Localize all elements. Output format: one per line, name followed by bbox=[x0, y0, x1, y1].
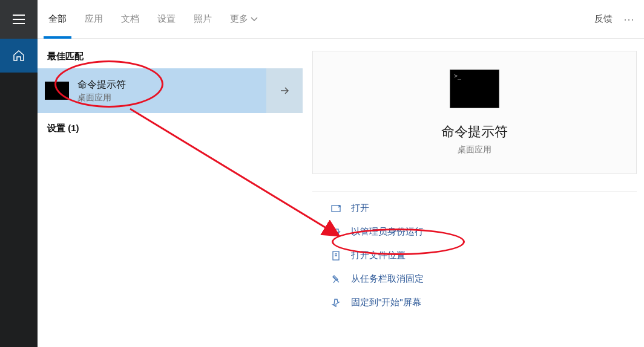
arrow-right-icon bbox=[278, 85, 291, 97]
action-open[interactable]: 打开 bbox=[330, 203, 637, 214]
action-label: 以管理员身份运行 bbox=[351, 226, 424, 238]
chevron-down-icon bbox=[251, 17, 258, 22]
filter-tabs: 全部 应用 文档 设置 照片 更多 bbox=[48, 0, 258, 39]
tab-settings[interactable]: 设置 bbox=[157, 0, 176, 39]
preview-app-icon bbox=[450, 70, 499, 108]
home-icon bbox=[13, 50, 25, 62]
tab-apps[interactable]: 应用 bbox=[85, 0, 103, 39]
action-pin-start[interactable]: 固定到"开始"屏幕 bbox=[330, 297, 637, 308]
cmd-icon bbox=[45, 82, 69, 100]
action-label: 打开 bbox=[351, 203, 369, 214]
svg-rect-1 bbox=[332, 229, 338, 235]
preview-subtitle: 桌面应用 bbox=[458, 144, 491, 155]
results-column: 最佳匹配 命令提示符 桌面应用 设置 (1) bbox=[38, 39, 303, 347]
action-run-as-admin[interactable]: 以管理员身份运行 bbox=[330, 226, 637, 238]
best-match-text: 命令提示符 桌面应用 bbox=[77, 79, 126, 103]
left-sidebar bbox=[0, 39, 38, 347]
best-match-title: 命令提示符 bbox=[77, 79, 126, 91]
best-match-expand-button[interactable] bbox=[266, 68, 303, 113]
tab-photos[interactable]: 照片 bbox=[194, 0, 212, 39]
hamburger-icon bbox=[13, 15, 25, 24]
best-match-item[interactable]: 命令提示符 桌面应用 bbox=[38, 68, 303, 113]
settings-section-header[interactable]: 设置 (1) bbox=[38, 119, 303, 140]
action-unpin-taskbar[interactable]: 从任务栏取消固定 bbox=[330, 273, 637, 285]
more-options-button[interactable]: ⋯ bbox=[623, 13, 636, 26]
folder-icon bbox=[330, 251, 341, 261]
tab-documents[interactable]: 文档 bbox=[121, 0, 139, 39]
topbar: 全部 应用 文档 设置 照片 更多 反馈 ⋯ bbox=[0, 0, 644, 39]
tab-all[interactable]: 全部 bbox=[48, 0, 67, 39]
best-match-subtitle: 桌面应用 bbox=[77, 92, 126, 103]
action-label: 打开文件位置 bbox=[351, 250, 406, 261]
actions-list: 打开 以管理员身份运行 打开文件位置 从任务栏取消固定 bbox=[312, 191, 637, 308]
tab-more[interactable]: 更多 bbox=[230, 0, 258, 39]
preview-card: 命令提示符 桌面应用 bbox=[312, 51, 637, 174]
admin-icon bbox=[330, 227, 341, 237]
hamburger-menu-button[interactable] bbox=[0, 0, 38, 39]
open-icon bbox=[330, 204, 341, 213]
preview-pane: 命令提示符 桌面应用 打开 以管理员身份运行 打开文件位置 bbox=[303, 39, 644, 347]
feedback-link[interactable]: 反馈 bbox=[594, 13, 613, 25]
unpin-icon bbox=[330, 274, 341, 284]
home-button[interactable] bbox=[0, 39, 38, 73]
action-label: 从任务栏取消固定 bbox=[351, 273, 424, 285]
main-area: 最佳匹配 命令提示符 桌面应用 设置 (1) 命令提示符 桌面应用 打开 bbox=[0, 39, 644, 347]
best-match-header: 最佳匹配 bbox=[38, 47, 303, 68]
pin-start-icon bbox=[330, 298, 341, 308]
action-label: 固定到"开始"屏幕 bbox=[351, 297, 421, 308]
action-open-location[interactable]: 打开文件位置 bbox=[330, 250, 637, 261]
preview-title: 命令提示符 bbox=[441, 123, 508, 141]
